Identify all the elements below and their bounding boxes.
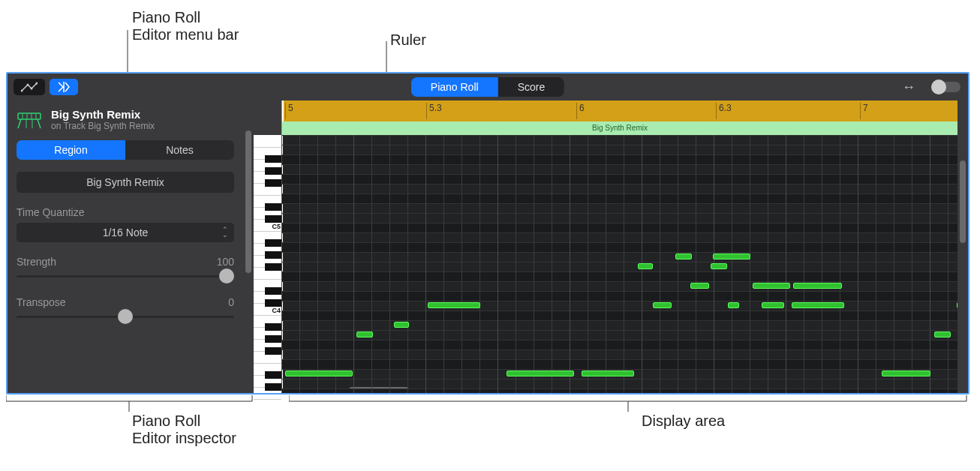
ruler-tick: 5 [285, 103, 293, 119]
tab-piano-roll[interactable]: Piano Roll [411, 77, 498, 97]
time-quantize-label: Time Quantize [17, 206, 234, 218]
midi-note[interactable] [882, 370, 930, 376]
note-grid[interactable] [281, 135, 957, 393]
ruler-tick: 5.3 [426, 103, 442, 119]
inspector-subtitle: on Track Big Synth Remix [51, 121, 155, 131]
svg-point-4 [31, 88, 33, 90]
midi-note[interactable] [356, 332, 373, 338]
annotation-menubar: Piano Roll Editor menu bar [132, 9, 297, 44]
horizontal-zoom-icon: ↔ [902, 80, 915, 95]
midi-note[interactable] [582, 370, 634, 376]
midi-note[interactable] [638, 263, 653, 269]
vertical-scrollbar[interactable] [957, 100, 968, 393]
midi-note[interactable] [753, 283, 790, 289]
midi-note[interactable] [285, 370, 353, 376]
annotation-display: Display area [642, 412, 725, 430]
transpose-value: 0 [228, 296, 234, 308]
annotation-ruler: Ruler [390, 32, 426, 49]
editor-body: Big Synth Remix on Track Big Synth Remix… [8, 100, 968, 393]
midi-note[interactable] [507, 370, 574, 376]
display-area: 5 5.3 6 6.3 7 Big Synth Remix C5C4 [254, 100, 957, 393]
midi-note[interactable] [675, 254, 692, 260]
inspector-scrollbar[interactable] [243, 100, 254, 393]
ruler-tick: 6.3 [716, 103, 732, 119]
midi-note[interactable] [762, 302, 784, 308]
svg-rect-6 [18, 113, 41, 119]
region-strip-label[interactable]: Big Synth Remix [281, 122, 957, 135]
inspector-tabs: Region Notes [17, 140, 234, 160]
midi-note[interactable] [713, 254, 750, 260]
svg-point-3 [27, 84, 29, 86]
midi-note[interactable] [934, 332, 951, 338]
catch-playhead-button[interactable] [50, 79, 78, 95]
transpose-label: Transpose [17, 296, 66, 308]
ruler[interactable]: 5 5.3 6 6.3 7 [254, 100, 957, 122]
automation-icon [21, 82, 38, 92]
ruler-tick: 7 [860, 103, 868, 119]
midi-note[interactable] [653, 302, 672, 308]
tab-region[interactable]: Region [17, 140, 125, 160]
inspector-title: Big Synth Remix [51, 108, 155, 121]
strength-label: Strength [17, 256, 56, 268]
view-tabs: Piano Roll Score [411, 77, 564, 97]
midi-note[interactable] [728, 302, 739, 308]
midi-note[interactable] [793, 283, 842, 289]
transpose-slider[interactable] [17, 310, 234, 323]
tab-notes[interactable]: Notes [125, 140, 234, 160]
tab-score[interactable]: Score [498, 77, 565, 97]
region-strip: Big Synth Remix [254, 122, 957, 135]
catch-playhead-icon [57, 82, 71, 92]
playhead-marker[interactable] [282, 100, 284, 122]
time-quantize-select[interactable]: 1/16 Note [17, 223, 234, 242]
editor-inspector: Big Synth Remix on Track Big Synth Remix… [8, 100, 254, 393]
ruler-tick: 6 [576, 103, 585, 119]
region-name-field[interactable]: Big Synth Remix [17, 172, 234, 193]
keyboard[interactable]: C5C4 [254, 135, 281, 393]
annotation-inspector: Piano Roll Editor inspector [132, 412, 297, 447]
instrument-icon [17, 110, 42, 130]
ruler-corner [254, 100, 281, 122]
midi-note[interactable] [792, 302, 844, 308]
midi-note[interactable] [394, 322, 409, 328]
midi-note[interactable] [711, 263, 727, 269]
midi-note[interactable] [428, 302, 480, 308]
midi-note[interactable] [690, 283, 709, 289]
automation-button[interactable] [14, 79, 45, 95]
zoom-toggle[interactable] [932, 82, 960, 92]
strength-value: 100 [217, 256, 234, 268]
strength-slider[interactable] [17, 269, 234, 283]
piano-roll-editor: Piano Roll Score ↔ Big Synth Remix on Tr… [6, 72, 969, 394]
editor-menubar: Piano Roll Score ↔ [8, 74, 968, 100]
